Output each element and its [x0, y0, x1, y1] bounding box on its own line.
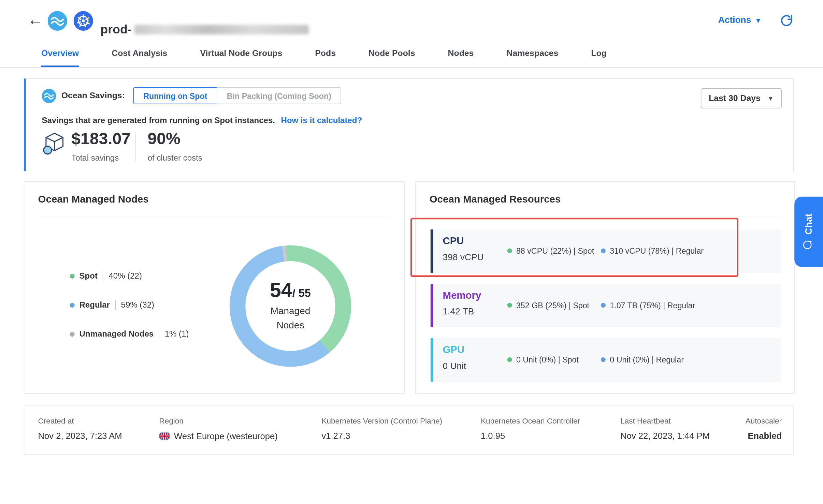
chat-label: Chat — [803, 213, 814, 235]
chevron-down-icon: ▼ — [767, 94, 774, 102]
page-title: prod- — [101, 23, 309, 37]
managed-nodes-count: 54/ 55 — [270, 280, 311, 300]
info-created-at: Created at Nov 2, 2023, 7:23 AM — [38, 416, 122, 441]
regular-dot-icon — [601, 303, 606, 308]
tab-nodes[interactable]: Nodes — [448, 41, 474, 67]
resource-row-memory: Memory 1.42 TB 352 GB (25%) | Spot 1.07 … — [431, 284, 781, 327]
refresh-icon[interactable] — [780, 14, 793, 27]
resource-total: 1.42 TB — [443, 307, 474, 317]
ocean-savings-label: Ocean Savings: — [61, 91, 125, 101]
tab-pods[interactable]: Pods — [315, 41, 336, 67]
legend-value: 59% (32) — [121, 300, 155, 310]
tab-log[interactable]: Log — [591, 41, 606, 67]
app-root: ← prod- Actions ▼ — [0, 0, 823, 504]
ocean-savings-card: Ocean Savings: Running on Spot Bin Packi… — [24, 78, 794, 171]
period-dropdown[interactable]: Last 30 Days ▼ — [701, 88, 782, 108]
divider — [430, 217, 781, 218]
resource-row-cpu: CPU 398 vCPU 88 vCPU (22%) | Spot 310 vC… — [431, 229, 781, 273]
chat-button-content: Chat — [794, 197, 823, 267]
resource-regular-metric: 310 vCPU (78%) | Regular — [601, 246, 704, 255]
info-region: Region West Europe (westeurope) — [159, 416, 278, 441]
managed-resources-title: Ocean Managed Resources — [430, 193, 561, 205]
resource-spot-metric: 88 vCPU (22%) | Spot — [507, 246, 594, 255]
savings-description: Savings that are generated from running … — [42, 116, 362, 125]
ocean-managed-nodes-card: Ocean Managed Nodes Spot 40% (22) Regula… — [24, 181, 405, 394]
managed-nodes-title: Ocean Managed Nodes — [38, 193, 149, 205]
managed-nodes-center-label: Managed Nodes — [271, 304, 310, 332]
ocean-managed-resources-card: Ocean Managed Resources CPU 398 vCPU 88 … — [415, 181, 795, 394]
regular-legend-dot-icon — [70, 302, 75, 307]
tab-bar: Overview Cost Analysis Virtual Node Grou… — [0, 41, 823, 68]
period-dropdown-value: Last 30 Days — [709, 93, 761, 103]
legend-item-regular: Regular 59% (32) — [70, 299, 189, 311]
actions-button[interactable]: Actions ▼ — [718, 15, 762, 25]
legend-item-spot: Spot 40% (22) — [70, 270, 189, 282]
spot-ocean-logo-icon — [48, 11, 67, 31]
cluster-name-prefix: prod- — [101, 23, 132, 37]
info-ocean-controller: Kubernetes Ocean Controller 1.0.95 — [481, 416, 580, 441]
regular-dot-icon — [601, 249, 606, 253]
redacted-cluster-name — [134, 25, 309, 34]
resource-spot-metric: 352 GB (25%) | Spot — [507, 301, 589, 310]
uk-flag-icon — [159, 431, 170, 441]
cluster-info-bar: Created at Nov 2, 2023, 7:23 AM Region W… — [24, 405, 794, 455]
chat-button[interactable]: Chat — [794, 197, 823, 267]
divider — [159, 329, 160, 339]
resource-regular-metric: 0 Unit (0%) | Regular — [601, 355, 684, 364]
divider — [115, 300, 116, 310]
tab-node-pools[interactable]: Node Pools — [369, 41, 415, 67]
legend-item-unmanaged: Unmanaged Nodes 1% (1) — [70, 328, 189, 340]
back-button[interactable]: ← — [28, 12, 44, 28]
legend-value: 40% (22) — [109, 271, 142, 281]
unmanaged-legend-dot-icon — [70, 332, 75, 337]
divider — [103, 271, 103, 281]
info-autoscaler: Autoscaler Enabled — [746, 416, 782, 441]
tab-namespaces[interactable]: Namespaces — [507, 41, 559, 67]
kubernetes-logo-icon — [73, 11, 93, 31]
running-on-spot-toggle[interactable]: Running on Spot — [133, 87, 217, 104]
chevron-down-icon: ▼ — [755, 16, 762, 24]
bin-packing-toggle[interactable]: Bin Packing (Coming Soon) — [217, 87, 341, 104]
total-savings-label: Total savings — [71, 153, 119, 163]
ocean-savings-header-row: Ocean Savings: Running on Spot Bin Packi… — [42, 87, 341, 104]
resource-total: 398 vCPU — [443, 252, 483, 263]
spot-dot-icon — [507, 249, 512, 253]
resource-rows: CPU 398 vCPU 88 vCPU (22%) | Spot 310 vC… — [431, 229, 781, 393]
tab-overview[interactable]: Overview — [41, 41, 79, 67]
ocean-waves-icon — [42, 89, 56, 103]
divider — [38, 217, 390, 218]
legend-value: 1% (1) — [165, 329, 189, 339]
chat-bubble-icon — [803, 240, 815, 250]
regular-dot-icon — [601, 357, 606, 362]
spot-dot-icon — [507, 357, 512, 362]
resource-name: Memory — [443, 290, 481, 301]
cluster-cost-percent-value: 90% — [147, 130, 180, 149]
managed-nodes-donut: 54/ 55 Managed Nodes — [230, 245, 351, 367]
tab-virtual-node-groups[interactable]: Virtual Node Groups — [200, 41, 283, 67]
tab-cost-analysis[interactable]: Cost Analysis — [112, 41, 167, 67]
total-savings-value: $183.07 — [71, 130, 131, 149]
info-kubernetes-version: Kubernetes Version (Control Plane) v1.27… — [321, 416, 442, 441]
spot-legend-dot-icon — [70, 273, 75, 278]
how-is-it-calculated-link[interactable]: How is it calculated? — [281, 116, 362, 124]
resource-total: 0 Unit — [443, 361, 466, 372]
savings-cube-icon — [42, 131, 67, 156]
resource-spot-metric: 0 Unit (0%) | Spot — [507, 355, 579, 364]
managed-nodes-legend: Spot 40% (22) Regular 59% (32) Unmanaged… — [70, 270, 189, 357]
resource-name: GPU — [443, 344, 464, 356]
resource-name: CPU — [443, 235, 464, 247]
cluster-cost-percent-label: of cluster costs — [147, 153, 202, 163]
app-header: ← prod- Actions ▼ — [0, 0, 823, 41]
info-last-heartbeat: Last Heartbeat Nov 22, 2023, 1:44 PM — [620, 416, 710, 441]
resource-row-gpu: GPU 0 Unit 0 Unit (0%) | Spot 0 Unit (0%… — [431, 338, 781, 382]
resource-regular-metric: 1.07 TB (75%) | Regular — [601, 301, 695, 310]
spot-dot-icon — [507, 303, 512, 308]
savings-divider — [135, 132, 136, 161]
donut-center: 54/ 55 Managed Nodes — [245, 261, 335, 351]
